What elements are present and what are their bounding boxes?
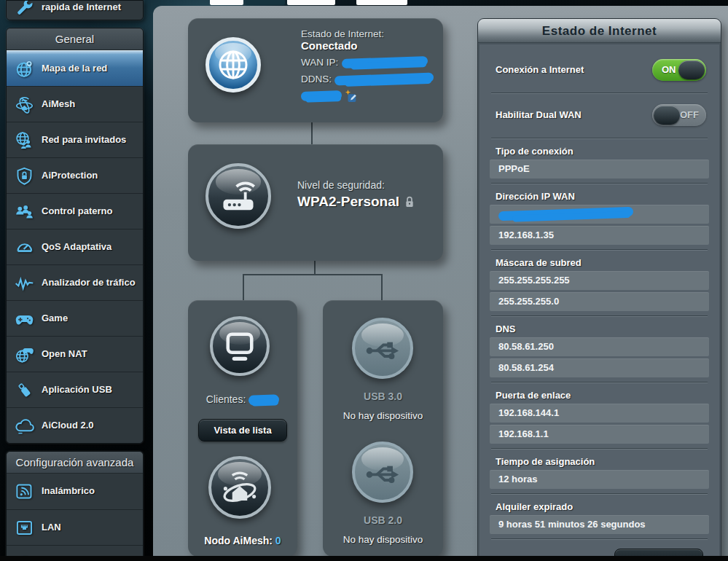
network-map-area: Estado de Internet: Conectado WAN IP: DD… — [153, 6, 728, 556]
dual-wan-toggle[interactable]: OFF — [652, 104, 706, 126]
sidebar-item-label: QoS Adaptativa — [42, 242, 114, 253]
traffic-analyzer-icon — [13, 272, 35, 293]
usb2-port-label: USB 2.0 — [323, 514, 443, 526]
sidebar-item-lan[interactable]: LAN — [7, 509, 143, 545]
divider — [491, 138, 708, 139]
field-label: Tipo de conexión — [490, 144, 709, 160]
field-group-direccion-ip-wan: Dirección IP WAN192.168.1.35 — [490, 189, 709, 245]
qos-icon — [13, 237, 35, 257]
sidebar-item-label: Control paterno — [42, 206, 116, 217]
cutoff-remnant — [210, 0, 243, 5]
sidebar-item-aiprotection[interactable]: AiProtection — [7, 157, 143, 193]
aimesh-icon — [13, 94, 35, 114]
usb2-status: No hay dispositivo — [323, 534, 443, 545]
sidebar-item-label: Aplicación USB — [42, 385, 115, 396]
divider — [491, 382, 708, 383]
view-list-button[interactable]: Vista de lista — [198, 419, 287, 442]
internet-status-label: Estado de Internet: — [301, 28, 434, 39]
aimesh-node-icon — [219, 467, 260, 508]
sidebar-items: Mapa de la redAiMeshRed para invitadosAi… — [7, 50, 143, 443]
redacted-scribble — [301, 90, 342, 101]
sidebar-item-label: Inalámbrico — [42, 486, 98, 497]
field-group-dns: DNS80.58.61.25080.58.61.254 — [490, 321, 709, 377]
wan-config-row: configuración WAN IR — [490, 544, 709, 556]
dual-wan-row: Habilitar Dual WAN OFF — [490, 98, 709, 133]
sidebar-item-analizador-de-trafico[interactable]: Analizador de tráfico — [7, 264, 143, 300]
internet-status-card[interactable]: Estado de Internet: Conectado WAN IP: DD… — [188, 18, 443, 122]
cutoff-bottom-strip — [0, 556, 728, 561]
sidebar-item-label: AiCloud 2.0 — [42, 420, 97, 431]
guest-network-icon — [13, 130, 35, 150]
field-value: PPPoE — [490, 160, 709, 178]
field-label: Máscara de subred — [490, 255, 709, 271]
internet-connection-toggle[interactable]: ON — [652, 59, 706, 81]
field-label: DNS — [490, 321, 709, 337]
field-value: 12 horas — [490, 470, 709, 489]
usb-icon — [363, 329, 402, 368]
dual-wan-label: Habilitar Dual WAN — [496, 109, 605, 122]
parental-controls-icon — [13, 201, 35, 221]
aimesh-node-count: 0 — [275, 535, 281, 546]
field-label: Puerta de enlace — [490, 388, 709, 404]
sidebar-item-label: rapida de Internet — [42, 2, 124, 13]
sidebar-item-aicloud-2-0[interactable]: AiCloud 2.0 — [7, 407, 143, 443]
usb-devices-card[interactable]: USB 3.0 No hay dispositivo USB 2.0 No ha… — [323, 300, 443, 556]
router-admin-page: rapida de Internet General Mapa de la re… — [0, 0, 728, 561]
divider — [491, 315, 708, 317]
aimesh-node-label: Nodo AiMesh: — [204, 535, 273, 546]
field-label: Dirección IP WAN — [490, 189, 709, 205]
sidebar-section-general: General Mapa de la redAiMeshRed para inv… — [6, 28, 144, 444]
sidebar-item-label: Game — [42, 313, 71, 324]
internet-status-value: Conectado — [301, 39, 434, 52]
wireless-icon — [13, 482, 35, 502]
sidebar-item-quick-internet-setup[interactable]: rapida de Internet — [7, 0, 143, 20]
field-label: Tiempo de asignación — [490, 454, 709, 470]
field-group-tiempo-de-asignacion: Tiempo de asignación12 horas — [490, 454, 709, 489]
edit-icon[interactable] — [345, 90, 358, 103]
field-value: 9 horas 51 minutos 26 segundos — [490, 515, 709, 534]
sidebar-item-red-para-invitados[interactable]: Red para invitados — [7, 122, 143, 157]
usb3-button[interactable] — [352, 318, 413, 379]
quick-setup-block: rapida de Internet — [6, 0, 144, 20]
sidebar-item-game[interactable]: Game — [7, 300, 143, 336]
cutoff-toolbar-strip — [153, 0, 728, 6]
sidebar-item-label: Mapa de la red — [42, 63, 110, 74]
security-level-label: Nivel de seguridad: — [297, 179, 415, 191]
sidebar-item-aplicacion-usb[interactable]: Aplicación USB — [7, 372, 143, 407]
divider — [491, 93, 708, 94]
clients-button[interactable] — [210, 316, 270, 376]
sidebar-item-mapa-de-la-red[interactable]: Mapa de la red — [7, 50, 143, 86]
go-button[interactable]: IR — [614, 549, 703, 556]
sidebar-section-title: Configuración avanzada — [7, 452, 143, 474]
security-level-card[interactable]: Nivel de seguridad: WPA2-Personal — [188, 144, 443, 261]
field-value: 255.255.255.0 — [490, 292, 709, 311]
clients-card[interactable]: Clientes: Vista de lista Nodo AiMesh: 0 — [188, 300, 297, 556]
connector-line — [311, 122, 313, 145]
usb3-status: No hay dispositivo — [323, 410, 443, 421]
usb2-button[interactable] — [352, 442, 413, 503]
redacted-scribble — [334, 73, 434, 86]
redacted-scribble — [342, 56, 428, 68]
toggle-state-text: OFF — [680, 109, 699, 120]
aiprotection-icon — [13, 165, 35, 186]
toggle-state-text: ON — [662, 64, 676, 75]
toggle-knob — [654, 106, 680, 125]
cutoff-remnant — [356, 0, 407, 5]
sidebar-item-label: AiMesh — [42, 99, 78, 110]
sidebar: rapida de Internet General Mapa de la re… — [6, 0, 144, 561]
field-group-puerta-de-enlace: Puerta de enlace192.168.144.1192.168.1.1 — [490, 388, 709, 444]
sidebar-item-control-paterno[interactable]: Control paterno — [7, 193, 143, 229]
internet-globe-button[interactable] — [206, 37, 261, 93]
sidebar-item-aimesh[interactable]: AiMesh — [7, 86, 143, 122]
clients-monitor-icon — [221, 327, 259, 365]
router-security-button[interactable] — [206, 163, 271, 229]
sidebar-item-inalambrico[interactable]: Inalámbrico — [7, 474, 143, 509]
security-router-icon — [217, 175, 259, 217]
sidebar-item-open-nat[interactable]: Open NAT — [7, 336, 143, 372]
aimesh-node-button[interactable] — [208, 456, 271, 519]
aicloud-icon — [13, 415, 35, 436]
sidebar-item-qos-adaptativa[interactable]: QoS Adaptativa — [7, 229, 143, 264]
internet-connection-row: Conexión a Internet ON — [490, 53, 709, 88]
toggle-knob — [678, 60, 705, 79]
usb-app-icon — [13, 380, 35, 400]
